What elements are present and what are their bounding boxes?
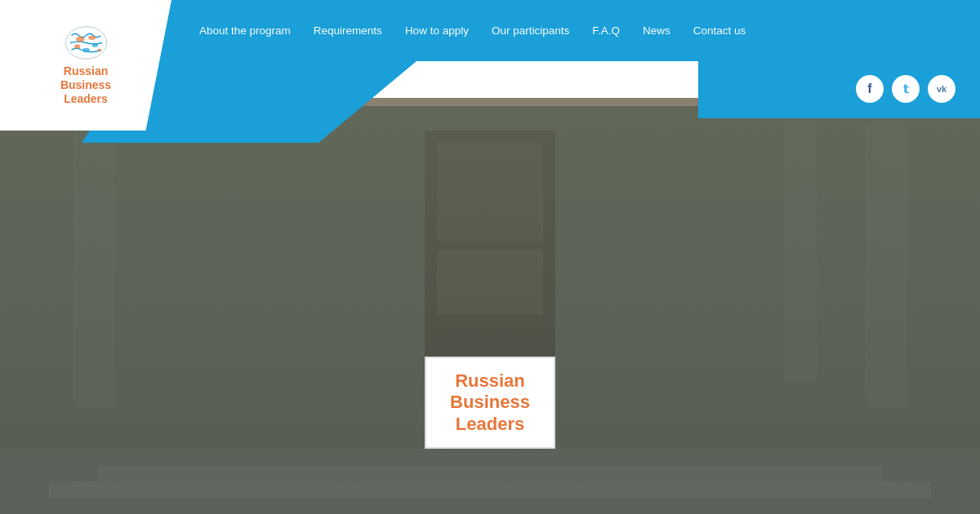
facebook-letter: f xyxy=(867,82,871,96)
svg-point-5 xyxy=(88,36,96,40)
facebook-icon[interactable]: f xyxy=(856,75,884,103)
nav-link-about[interactable]: About the program xyxy=(188,24,302,37)
svg-point-9 xyxy=(97,49,101,52)
svg-point-8 xyxy=(82,48,90,52)
svg-point-7 xyxy=(91,43,97,47)
logo-line1: Russian xyxy=(60,64,111,78)
vk-icon[interactable]: vk xyxy=(928,75,956,103)
logo-line2: Business xyxy=(60,78,111,92)
nav-item-news[interactable]: News xyxy=(631,24,682,37)
nav-link-requirements[interactable]: Requirements xyxy=(302,24,394,37)
sign-line2: Business xyxy=(450,392,530,412)
logo-text: Russian Business Leaders xyxy=(60,64,111,105)
nav-item-faq[interactable]: F.A.Q xyxy=(581,24,631,37)
people-group xyxy=(0,106,980,514)
logo-line3: Leaders xyxy=(60,92,111,106)
nav-item-how-to-apply[interactable]: How to apply xyxy=(394,24,480,37)
nav-item-contact[interactable]: Contact us xyxy=(682,24,758,37)
svg-point-6 xyxy=(74,45,80,49)
twitter-letter: 𝕥 xyxy=(903,82,909,95)
nav-item-about[interactable]: About the program xyxy=(188,24,302,37)
main-navigation: About the program Requirements How to ap… xyxy=(172,0,980,61)
logo-area[interactable]: Russian Business Leaders xyxy=(0,0,172,131)
sign-line1: Russian xyxy=(455,370,525,391)
twitter-icon[interactable]: 𝕥 xyxy=(892,75,920,103)
nav-link-faq[interactable]: F.A.Q xyxy=(581,24,631,37)
svg-point-4 xyxy=(75,37,84,42)
nav-link-how-to-apply[interactable]: How to apply xyxy=(394,24,480,37)
logo-globe-icon xyxy=(64,24,109,61)
nav-item-requirements[interactable]: Requirements xyxy=(302,24,394,37)
social-icons-bar: f 𝕥 vk xyxy=(856,75,956,103)
nav-link-contact[interactable]: Contact us xyxy=(682,24,758,37)
nav-link-participants[interactable]: Our participants xyxy=(480,24,581,37)
nav-item-participants[interactable]: Our participants xyxy=(480,24,581,37)
rbl-sign: Russian Business Leaders xyxy=(425,357,555,449)
sign-line3: Leaders xyxy=(456,414,524,434)
nav-list: About the program Requirements How to ap… xyxy=(188,24,757,37)
vk-letter: vk xyxy=(937,84,947,94)
nav-link-news[interactable]: News xyxy=(631,24,682,37)
